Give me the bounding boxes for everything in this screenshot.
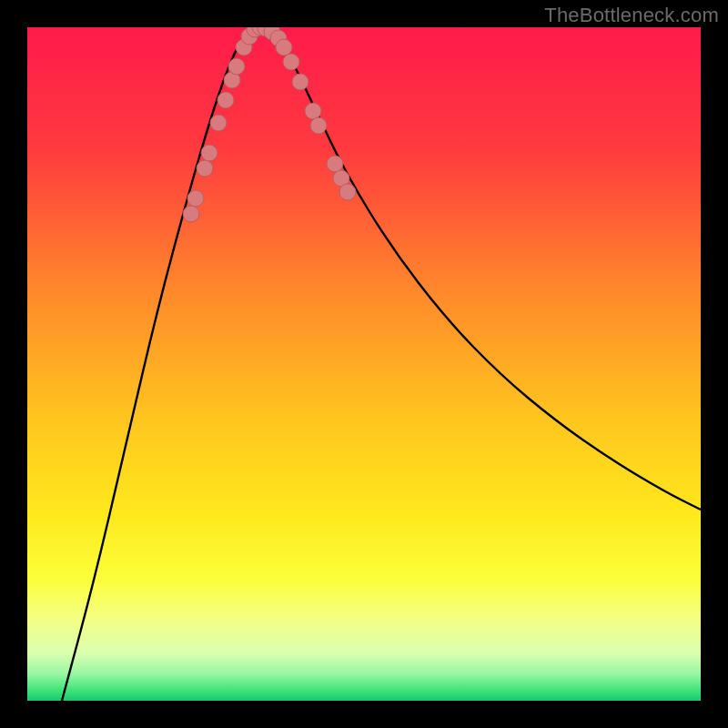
data-marker	[183, 206, 199, 222]
data-marker	[327, 156, 343, 172]
data-marker	[210, 115, 227, 131]
plot-area	[27, 27, 701, 701]
chart-frame: TheBottleneck.com	[0, 0, 728, 728]
data-marker	[217, 92, 234, 108]
data-marker	[283, 54, 299, 70]
curve-layer	[27, 27, 701, 701]
data-marker	[187, 190, 204, 207]
watermark-text: TheBottleneck.com	[544, 4, 719, 27]
data-marker	[276, 39, 292, 56]
data-marker	[292, 74, 308, 90]
data-marker	[310, 117, 327, 134]
data-marker	[228, 58, 245, 75]
data-marker	[197, 160, 213, 177]
data-marker	[305, 103, 321, 119]
data-marker	[339, 184, 356, 200]
bottleneck-curve	[62, 28, 701, 702]
data-marker	[201, 145, 217, 161]
